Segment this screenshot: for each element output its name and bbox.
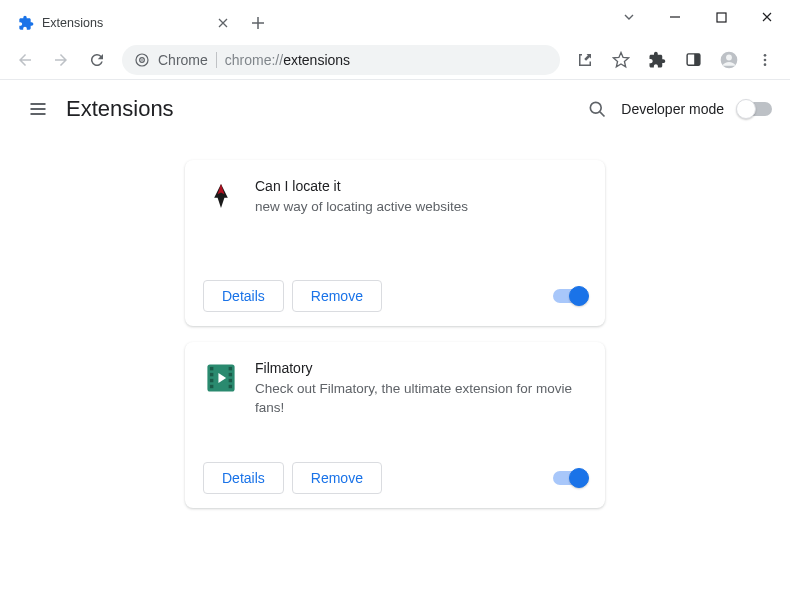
svg-rect-23 xyxy=(229,385,232,388)
extension-puzzle-icon xyxy=(18,15,34,31)
tab-title: Extensions xyxy=(42,16,210,30)
search-icon[interactable] xyxy=(587,99,607,119)
svg-point-10 xyxy=(764,58,767,61)
omnibox-path: extensions xyxy=(283,52,350,68)
address-bar[interactable]: Chrome chrome://extensions xyxy=(122,45,560,75)
svg-point-4 xyxy=(141,59,143,61)
window-close-icon[interactable] xyxy=(744,0,790,34)
details-button[interactable]: Details xyxy=(203,280,284,312)
svg-rect-18 xyxy=(210,379,213,382)
remove-button[interactable]: Remove xyxy=(292,280,382,312)
developer-mode-toggle[interactable] xyxy=(738,102,772,116)
extension-name: Can I locate it xyxy=(255,178,587,194)
new-tab-button[interactable] xyxy=(244,9,272,37)
sidepanel-icon[interactable] xyxy=(676,43,710,77)
remove-button[interactable]: Remove xyxy=(292,462,382,494)
page-title: Extensions xyxy=(66,96,174,122)
svg-point-9 xyxy=(764,54,767,57)
svg-rect-20 xyxy=(229,367,232,370)
share-icon[interactable] xyxy=(568,43,602,77)
extension-enable-toggle[interactable] xyxy=(553,471,587,485)
bookmark-star-icon[interactable] xyxy=(604,43,638,77)
extension-icon xyxy=(203,178,239,214)
forward-button[interactable] xyxy=(44,43,78,77)
extension-description: Check out Filmatory, the ultimate extens… xyxy=(255,380,587,418)
svg-rect-6 xyxy=(694,54,700,65)
svg-rect-17 xyxy=(210,373,213,376)
reload-button[interactable] xyxy=(80,43,114,77)
extension-icon xyxy=(203,360,239,396)
svg-rect-16 xyxy=(210,367,213,370)
extension-name: Filmatory xyxy=(255,360,587,376)
svg-point-8 xyxy=(726,54,732,60)
hamburger-menu-icon[interactable] xyxy=(18,89,58,129)
back-button[interactable] xyxy=(8,43,42,77)
window-dropdown-icon[interactable] xyxy=(606,0,652,34)
chrome-lock-icon xyxy=(134,52,150,68)
svg-point-11 xyxy=(764,63,767,66)
details-button[interactable]: Details xyxy=(203,462,284,494)
extensions-puzzle-icon[interactable] xyxy=(640,43,674,77)
developer-mode-label: Developer mode xyxy=(621,101,724,117)
profile-avatar-icon[interactable] xyxy=(712,43,746,77)
omnibox-divider xyxy=(216,52,217,68)
page-header: Extensions Developer mode xyxy=(0,80,790,138)
browser-toolbar: Chrome chrome://extensions xyxy=(0,40,790,80)
extension-enable-toggle[interactable] xyxy=(553,289,587,303)
window-maximize-icon[interactable] xyxy=(698,0,744,34)
browser-tab[interactable]: Extensions xyxy=(8,6,238,40)
kebab-menu-icon[interactable] xyxy=(748,43,782,77)
svg-point-12 xyxy=(591,102,602,113)
tab-close-icon[interactable] xyxy=(218,18,228,28)
svg-line-13 xyxy=(600,112,605,117)
omnibox-scheme: chrome:// xyxy=(225,52,283,68)
svg-rect-19 xyxy=(210,385,213,388)
svg-rect-21 xyxy=(229,373,232,376)
omnibox-host: Chrome xyxy=(158,52,208,68)
extension-description: new way of locating active websites xyxy=(255,198,587,217)
svg-rect-22 xyxy=(229,379,232,382)
window-minimize-icon[interactable] xyxy=(652,0,698,34)
extension-card: Can I locate itnew way of locating activ… xyxy=(185,160,605,326)
extension-card: FilmatoryCheck out Filmatory, the ultima… xyxy=(185,342,605,508)
svg-rect-1 xyxy=(717,13,726,22)
